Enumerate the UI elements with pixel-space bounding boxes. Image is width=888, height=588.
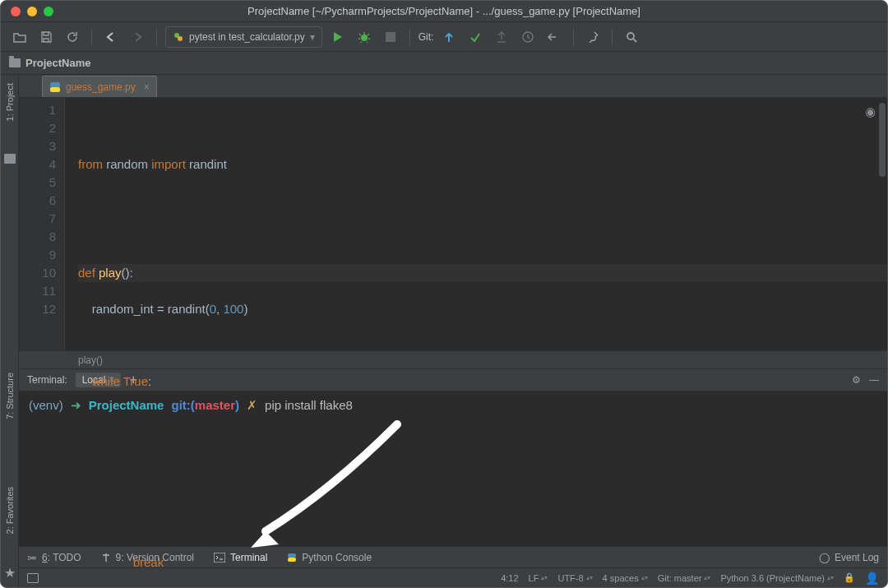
structure-tool-tab[interactable]: 7: Structure <box>5 369 15 423</box>
navigation-bar: ProjectName <box>1 52 887 75</box>
history-icon[interactable] <box>517 26 539 48</box>
inspections-eye-icon[interactable]: ◉ <box>865 103 876 121</box>
editor-tabs: guess_game.py × <box>19 75 887 98</box>
svg-rect-3 <box>386 32 395 42</box>
git-label: Git: <box>419 31 434 43</box>
favorites-tool-tab[interactable]: 2: Favorites <box>5 484 15 537</box>
run-config-label: pytest in test_calculator.py <box>189 31 305 43</box>
debug-icon[interactable] <box>354 26 375 48</box>
project-name[interactable]: ProjectName <box>25 57 90 69</box>
refresh-icon[interactable] <box>62 26 83 48</box>
file-tab-label: guess_game.py <box>66 81 136 93</box>
window-controls <box>11 7 53 16</box>
svg-point-2 <box>361 35 368 41</box>
folder-icon <box>4 154 16 164</box>
svg-rect-7 <box>50 87 60 92</box>
folder-icon <box>9 58 21 67</box>
todo-tool-tab[interactable]: ≔6: TODO <box>27 552 81 563</box>
maximize-window-button[interactable] <box>44 7 53 16</box>
vcs-update-icon[interactable] <box>438 26 460 48</box>
main-toolbar: pytest in test_calculator.py ▾ Git: <box>1 22 887 52</box>
file-tab[interactable]: guess_game.py × <box>42 76 157 97</box>
undo-icon[interactable] <box>543 26 565 48</box>
titlebar: ProjectName [~/PycharmProjects/ProjectNa… <box>1 1 887 22</box>
stop-icon[interactable] <box>380 26 401 48</box>
svg-point-1 <box>178 36 183 41</box>
project-tool-tab[interactable]: 1: Project <box>5 80 15 124</box>
annotation-arrow <box>233 416 414 548</box>
run-config-selector[interactable]: pytest in test_calculator.py ▾ <box>165 26 322 48</box>
vcs-commit-icon[interactable] <box>465 26 486 48</box>
save-icon[interactable] <box>35 26 57 48</box>
code-area[interactable]: ◉ from random import randint def play():… <box>65 98 887 350</box>
minimize-window-button[interactable] <box>27 7 37 16</box>
chevron-down-icon: ▾ <box>310 31 315 43</box>
terminal-panel[interactable]: (venv) ➜ ProjectName git:(master) ✗ pip … <box>19 391 887 546</box>
editor-scrollbar[interactable] <box>879 103 886 177</box>
python-file-icon <box>49 81 61 93</box>
window-title: ProjectName [~/PycharmProjects/ProjectNa… <box>1 5 887 17</box>
terminal-title: Terminal: <box>27 374 67 386</box>
close-window-button[interactable] <box>11 7 21 16</box>
left-tool-stripe: 1: Project 7: Structure 2: Favorites ★ <box>1 75 19 587</box>
open-icon[interactable] <box>9 26 30 48</box>
close-tab-icon[interactable]: × <box>144 81 150 93</box>
svg-point-5 <box>627 33 634 39</box>
pytest-icon <box>173 31 184 43</box>
run-icon[interactable] <box>327 26 349 48</box>
tool-windows-icon[interactable] <box>27 573 39 583</box>
forward-icon[interactable] <box>127 26 148 48</box>
line-gutter: 123 456 789 101112 <box>19 98 65 350</box>
settings-icon[interactable] <box>582 26 604 48</box>
vcs-push-icon[interactable] <box>491 26 512 48</box>
search-icon[interactable] <box>621 26 642 48</box>
code-editor[interactable]: 123 456 789 101112 ◉ from random import … <box>19 98 887 350</box>
svg-rect-6 <box>50 82 60 87</box>
back-icon[interactable] <box>100 26 122 48</box>
